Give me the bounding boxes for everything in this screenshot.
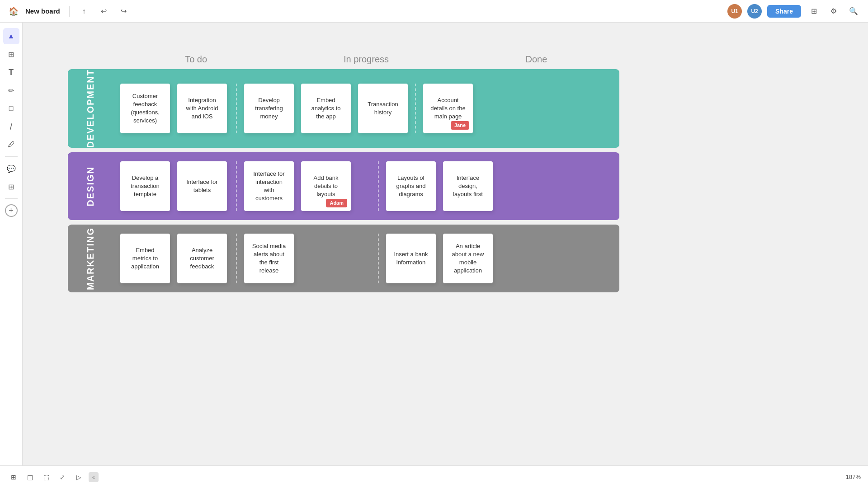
divider-design-1 [236,161,237,211]
card-dev-todo-2[interactable]: Integration with Android and iOS [177,84,227,133]
marker-tool[interactable]: 🖊 [3,136,19,153]
export-button[interactable]: ↑ [77,4,91,19]
undo-button[interactable]: ↩ [97,4,111,19]
card-design-done-1[interactable]: Layouts of graphs and diagrams [386,161,436,211]
card-dev-todo-1[interactable]: Customer feedback (questions, services) [120,84,170,133]
redo-button[interactable]: ↪ [117,4,131,19]
lane-dev-label: Development [85,69,96,148]
lane-design: Design Develop a transaction template In… [68,152,619,220]
text-tool[interactable]: T [3,64,19,80]
collapse-button[interactable]: « [89,472,99,482]
expand-button[interactable]: ⤢ [56,471,69,483]
column-headers: To do In progress Done [113,54,619,65]
lane-dev-label-wrapper: Development [68,69,113,148]
left-sidebar: ▲ ⊞ T ✏ □ / 🖊 💬 ⊞ + [0,23,23,465]
canvas[interactable]: To do In progress Done Development Custo… [23,23,868,465]
topbar-divider [69,6,70,17]
lane-design-content: Develop a transaction template Interface… [113,152,619,220]
divider-marketing-1 [236,234,237,283]
comment-tool[interactable]: 💬 [3,160,19,177]
lane-dev-content: Customer feedback (questions, services) … [113,69,619,148]
card-design-inprogress-2[interactable]: Add bank details to layouts Adam [301,161,351,211]
divider-dev-2 [415,84,416,133]
divider-design-2 [378,161,379,211]
card-dev-inprogress-2[interactable]: Embed analytics to the app [301,84,351,133]
dev-todo-section: Customer feedback (questions, services) … [120,84,229,133]
card-design-todo-2[interactable]: Interface for tablets [177,161,227,211]
search-icon[interactable]: 🔍 [846,4,861,19]
topbar-right: U1 U2 Share ⊞ ⚙ 🔍 [727,4,861,19]
design-inprogress-section: Interface for interaction with customers… [244,161,371,211]
avatar-user1[interactable]: U1 [727,4,742,19]
zoom-level: 187% [846,474,861,480]
card-design-inprogress-1[interactable]: Interface for interaction with customers [244,161,294,211]
share-button[interactable]: Share [767,5,801,18]
card-design-done-2[interactable]: Interface design, layouts first [443,161,493,211]
topbar: 🏠 New board ↑ ↩ ↪ U1 U2 Share ⊞ ⚙ 🔍 [0,0,868,23]
col-header-done: Done [453,54,619,65]
component-tool[interactable]: ⊞ [3,178,19,195]
lane-marketing: Marketing Embed metrics to application A… [68,225,619,292]
sidebar-separator [5,156,18,157]
col-header-inprogress: In progress [279,54,453,65]
design-done-section: Layouts of graphs and diagrams Interface… [386,161,513,211]
settings-icon[interactable]: ⚙ [826,4,841,19]
divider-dev-1 [236,84,237,133]
lane-design-label-wrapper: Design [68,152,113,220]
col-header-todo: To do [113,54,279,65]
marketing-todo-section: Embed metrics to application Analyze cus… [120,234,229,283]
tag-adam: Adam [326,199,347,207]
card-design-todo-1[interactable]: Develop a transaction template [120,161,170,211]
dev-inprogress-section: Develop transfering money Embed analytic… [244,84,408,133]
lane-development: Development Customer feedback (questions… [68,69,619,148]
sticky-note-button[interactable]: ◫ [24,471,36,483]
card-marketing-done-2[interactable]: An article about a new mobile applicatio… [443,234,493,283]
bottombar: ⊞ ◫ ⬚ ⤢ ▷ « 187% [0,465,868,488]
marketing-done-section: Insert a bank information An article abo… [386,234,513,283]
divider-marketing-2 [378,234,379,283]
card-dev-done-1[interactable]: Account details on the main page Jane [423,84,473,133]
frame-tool[interactable]: ⊞ [3,46,19,62]
tag-jane: Jane [451,121,469,130]
card-marketing-done-1[interactable]: Insert a bank information [386,234,436,283]
line-tool[interactable]: / [3,118,19,135]
add-tool-button[interactable]: + [5,204,18,217]
frame-insert-button[interactable]: ⬚ [40,471,52,483]
avatar-user2[interactable]: U2 [747,4,762,19]
lane-marketing-label-wrapper: Marketing [68,225,113,292]
card-dev-inprogress-1[interactable]: Develop transfering money [244,84,294,133]
board: To do In progress Done Development Custo… [68,54,619,297]
shape-tool[interactable]: □ [3,100,19,117]
lane-design-label: Design [85,166,96,206]
sidebar-separator2 [5,198,18,199]
lane-marketing-content: Embed metrics to application Analyze cus… [113,225,619,292]
marketing-inprogress-section: Social media alerts about the first rele… [244,234,371,283]
card-marketing-todo-1[interactable]: Embed metrics to application [120,234,170,283]
board-title: New board [25,7,60,15]
select-tool[interactable]: ▲ [3,28,19,44]
home-icon[interactable]: 🏠 [7,5,20,18]
pen-tool[interactable]: ✏ [3,82,19,99]
card-dev-inprogress-3[interactable]: Transaction history [358,84,408,133]
templates-icon[interactable]: ⊞ [807,4,821,19]
design-todo-section: Develop a transaction template Interface… [120,161,229,211]
grid-view-button[interactable]: ⊞ [7,471,20,483]
dev-done-section: Account details on the main page Jane [423,84,550,133]
card-marketing-todo-2[interactable]: Analyze customer feedback [177,234,227,283]
lane-marketing-label: Marketing [85,227,96,290]
card-marketing-inprogress-1[interactable]: Social media alerts about the first rele… [244,234,294,283]
present-button[interactable]: ▷ [72,471,85,483]
